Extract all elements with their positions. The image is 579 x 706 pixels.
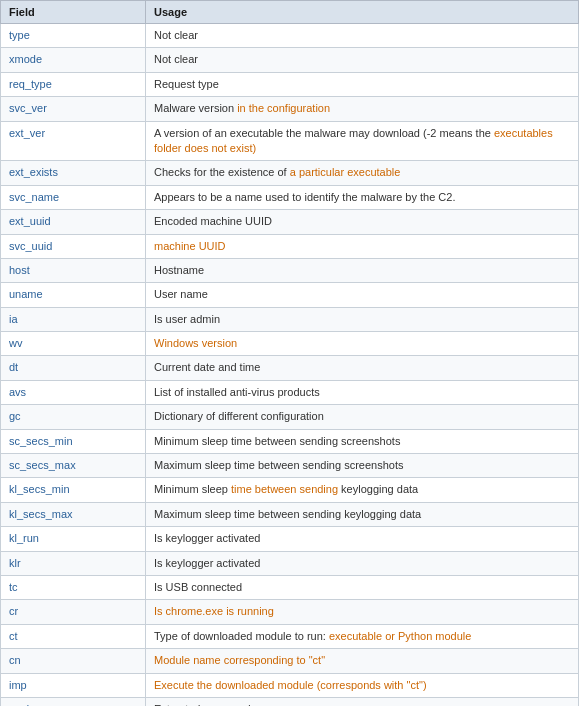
- field-cell: cr: [1, 600, 146, 624]
- usage-text: Dictionary of different configuration: [154, 410, 324, 422]
- usage-text: Request type: [154, 78, 219, 90]
- usage-cell: Is chrome.exe is running: [146, 600, 579, 624]
- usage-cell: Module name corresponding to "ct": [146, 649, 579, 673]
- usage-text: Is keylogger activated: [154, 532, 260, 544]
- table-row: sc_secs_maxMaximum sleep time between se…: [1, 454, 579, 478]
- field-cell: kl_secs_min: [1, 478, 146, 502]
- field-cell: avs: [1, 380, 146, 404]
- usage-cell: Maximum sleep time between sending keylo…: [146, 502, 579, 526]
- usage-text: Minimum sleep: [154, 483, 231, 495]
- table-row: sc_secs_minMinimum sleep time between se…: [1, 429, 579, 453]
- table-row: ext_existsChecks for the existence of a …: [1, 161, 579, 185]
- field-cell: type: [1, 24, 146, 48]
- table-row: typeNot clear: [1, 24, 579, 48]
- field-cell: ext_ver: [1, 121, 146, 161]
- usage-text: Checks for the existence of: [154, 166, 290, 178]
- table-row: iaIs user admin: [1, 307, 579, 331]
- table-row: klrIs keylogger activated: [1, 551, 579, 575]
- usage-text: Is USB connected: [154, 581, 242, 593]
- usage-text: Is keylogger activated: [154, 557, 260, 569]
- table-row: kl_runIs keylogger activated: [1, 527, 579, 551]
- usage-text: in the configuration: [237, 102, 330, 114]
- usage-text: Appears to be a name used to identify th…: [154, 191, 455, 203]
- usage-cell: Appears to be a name used to identify th…: [146, 185, 579, 209]
- field-cell: ext_uuid: [1, 210, 146, 234]
- usage-cell: Not clear: [146, 24, 579, 48]
- table-row: ctType of downloaded module to run: exec…: [1, 624, 579, 648]
- field-column-header: Field: [1, 1, 146, 24]
- field-cell: pwds: [1, 697, 146, 706]
- usage-text: Not clear: [154, 53, 198, 65]
- field-cell: xmode: [1, 48, 146, 72]
- field-cell: klr: [1, 551, 146, 575]
- table-row: svc_nameAppears to be a name used to ide…: [1, 185, 579, 209]
- usage-cell: User name: [146, 283, 579, 307]
- fields-table: Field Usage typeNot clearxmodeNot clearr…: [0, 0, 579, 706]
- usage-cell: Windows version: [146, 332, 579, 356]
- table-row: xmodeNot clear: [1, 48, 579, 72]
- table-row: hostHostname: [1, 258, 579, 282]
- usage-cell: Minimum sleep time between sending keylo…: [146, 478, 579, 502]
- usage-text: Current date and time: [154, 361, 260, 373]
- usage-text: Windows version: [154, 337, 237, 349]
- table-row: crIs chrome.exe is running: [1, 600, 579, 624]
- usage-text: Not clear: [154, 29, 198, 41]
- field-cell: kl_run: [1, 527, 146, 551]
- usage-text: keylogging data: [341, 483, 418, 495]
- usage-cell: Is keylogger activated: [146, 551, 579, 575]
- usage-cell: Dictionary of different configuration: [146, 405, 579, 429]
- usage-text: Type of downloaded module to run:: [154, 630, 329, 642]
- usage-text: Malware version: [154, 102, 237, 114]
- field-cell: ct: [1, 624, 146, 648]
- usage-cell: Encoded machine UUID: [146, 210, 579, 234]
- field-cell: svc_uuid: [1, 234, 146, 258]
- usage-text: Execute the downloaded module (correspon…: [154, 679, 427, 691]
- usage-cell: Execute the downloaded module (correspon…: [146, 673, 579, 697]
- table-row: req_typeRequest type: [1, 72, 579, 96]
- usage-cell: machine UUID: [146, 234, 579, 258]
- usage-cell: List of installed anti-virus products: [146, 380, 579, 404]
- field-cell: cn: [1, 649, 146, 673]
- field-cell: imp: [1, 673, 146, 697]
- usage-cell: Extracted passwords: [146, 697, 579, 706]
- table-row: dtCurrent date and time: [1, 356, 579, 380]
- usage-cell: Is USB connected: [146, 575, 579, 599]
- table-row: kl_secs_maxMaximum sleep time between se…: [1, 502, 579, 526]
- table-row: pwdsExtracted passwords: [1, 697, 579, 706]
- table-row: ext_uuidEncoded machine UUID: [1, 210, 579, 234]
- field-cell: req_type: [1, 72, 146, 96]
- field-cell: ia: [1, 307, 146, 331]
- table-row: svc_verMalware version in the configurat…: [1, 97, 579, 121]
- usage-text: Is chrome.exe is running: [154, 605, 274, 617]
- usage-cell: Current date and time: [146, 356, 579, 380]
- usage-column-header: Usage: [146, 1, 579, 24]
- usage-text: A version of an executable the malware m…: [154, 127, 494, 139]
- table-row: wvWindows version: [1, 332, 579, 356]
- field-cell: gc: [1, 405, 146, 429]
- table-row: kl_secs_minMinimum sleep time between se…: [1, 478, 579, 502]
- table-row: svc_uuidmachine UUID: [1, 234, 579, 258]
- usage-text: Encoded machine UUID: [154, 215, 272, 227]
- usage-cell: Request type: [146, 72, 579, 96]
- usage-text: time between sending: [231, 483, 341, 495]
- field-cell: wv: [1, 332, 146, 356]
- usage-text: Is user admin: [154, 313, 220, 325]
- usage-text: a particular executable: [290, 166, 401, 178]
- usage-text: Maximum sleep time between sending keylo…: [154, 508, 421, 520]
- field-cell: sc_secs_min: [1, 429, 146, 453]
- table-row: avsList of installed anti-virus products: [1, 380, 579, 404]
- table-row: gcDictionary of different configuration: [1, 405, 579, 429]
- usage-text: executable or Python module: [329, 630, 471, 642]
- field-cell: svc_ver: [1, 97, 146, 121]
- usage-text: Maximum sleep time between sending scree…: [154, 459, 403, 471]
- field-cell: tc: [1, 575, 146, 599]
- usage-text: List of installed anti-virus products: [154, 386, 320, 398]
- field-cell: sc_secs_max: [1, 454, 146, 478]
- usage-text: machine UUID: [154, 240, 226, 252]
- usage-text: User name: [154, 288, 208, 300]
- field-cell: uname: [1, 283, 146, 307]
- table-row: unameUser name: [1, 283, 579, 307]
- usage-cell: Checks for the existence of a particular…: [146, 161, 579, 185]
- usage-cell: A version of an executable the malware m…: [146, 121, 579, 161]
- table-row: cnModule name corresponding to "ct": [1, 649, 579, 673]
